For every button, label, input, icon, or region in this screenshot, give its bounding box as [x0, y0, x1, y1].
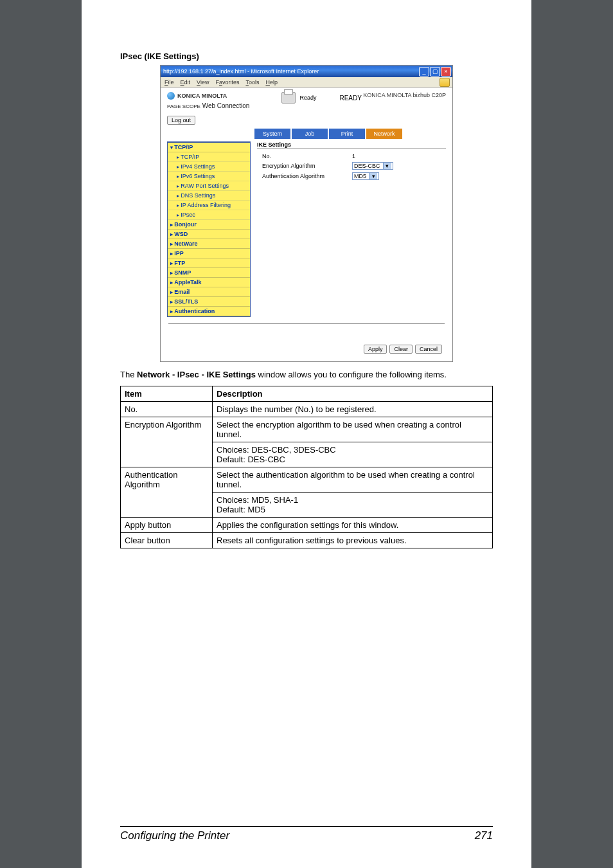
pagescope-prefix: PAGE SCOPE	[167, 104, 200, 109]
form-label-auth: Authentication Algorithm	[257, 173, 352, 179]
cell-desc: Select the encryption algorithm to be us…	[213, 417, 493, 442]
nav-sub-tcpip[interactable]: TCP/IP	[168, 152, 250, 162]
window-buttons: _ ▢ ×	[419, 67, 452, 77]
nav-snmp[interactable]: SNMP	[168, 268, 250, 278]
menu-bar: File Edit View Favorites Tools Help	[161, 77, 452, 88]
nav-sub-ipv6[interactable]: IPv6 Settings	[168, 172, 250, 181]
paragraph-pre: The	[120, 370, 137, 379]
table-row: Authentication Algorithm Select the auth…	[121, 467, 493, 493]
pagescope-label: PAGE SCOPE Web Connection	[167, 102, 249, 109]
auth-select[interactable]: MD5 ▾	[352, 172, 379, 180]
nav-appletalk[interactable]: AppleTalk	[168, 278, 250, 287]
nav-auth[interactable]: Authentication	[168, 307, 250, 316]
cell-desc: Resets all configuration settings to pre…	[213, 533, 493, 548]
menu-help[interactable]: Help	[265, 79, 278, 86]
printer-icon	[281, 92, 296, 104]
tab-job[interactable]: Job	[292, 129, 328, 139]
screenshot: http://192.168.1.27/a_index.html - Micro…	[160, 65, 453, 362]
nav-sub-rawport[interactable]: RAW Port Settings	[168, 181, 250, 191]
button-bar: Apply Clear Cancel	[364, 345, 442, 354]
apply-button[interactable]: Apply	[364, 345, 387, 354]
document-page: IPsec (IKE Settings) http://192.168.1.27…	[82, 0, 531, 868]
menu-tools[interactable]: Tools	[245, 79, 259, 86]
window-titlebar: http://192.168.1.27/a_index.html - Micro…	[161, 66, 452, 77]
clear-button[interactable]: Clear	[389, 345, 413, 354]
menu-file[interactable]: File	[164, 79, 174, 86]
form-label-enc: Encryption Algorithm	[257, 163, 352, 169]
chevron-down-icon: ▾	[383, 163, 391, 169]
pagescope-name: Web Connection	[202, 102, 250, 109]
logout-button[interactable]: Log out	[167, 116, 195, 125]
cell-item: No.	[121, 402, 213, 417]
nav-bonjour[interactable]: Bonjour	[168, 220, 250, 230]
section-heading: IPsec (IKE Settings)	[120, 51, 493, 61]
tab-print[interactable]: Print	[329, 129, 365, 139]
form-row-enc: Encryption Algorithm DES-CBC ▾	[257, 162, 446, 170]
window-title: http://192.168.1.27/a_index.html - Micro…	[163, 68, 319, 75]
nav-tcpip[interactable]: TCP/IP	[168, 143, 250, 152]
table-row: Apply button Applies the configuration s…	[121, 518, 493, 533]
cell-desc: Select the authentication algorithm to b…	[213, 467, 493, 493]
nav-sub-dns[interactable]: DNS Settings	[168, 191, 250, 201]
minimize-button[interactable]: _	[419, 67, 429, 77]
content-row: TCP/IP TCP/IP IPv4 Settings IPv6 Setting…	[161, 139, 452, 323]
encryption-select-value: DES-CBC	[354, 163, 380, 169]
form-row-auth: Authentication Algorithm MD5 ▾	[257, 172, 446, 180]
logout-row: Log out	[161, 113, 452, 129]
nav-sub-ipv4[interactable]: IPv4 Settings	[168, 162, 250, 172]
maximize-button[interactable]: ▢	[430, 67, 440, 77]
cell-extra: Choices: MD5, SHA-1 Default: MD5	[213, 493, 493, 518]
header-desc: Description	[213, 386, 493, 402]
ready-label: Ready	[299, 95, 316, 101]
footer-page: 271	[475, 829, 493, 842]
close-button[interactable]: ×	[441, 67, 451, 77]
description-table: Item Description No. Displays the number…	[120, 386, 493, 548]
table-row: No. Displays the number (No.) to be regi…	[121, 402, 493, 417]
menu-edit[interactable]: Edit	[181, 79, 191, 86]
header-bar: KONICA MINOLTA PAGE SCOPE Web Connection…	[161, 88, 452, 113]
table-row: Encryption Algorithm Select the encrypti…	[121, 417, 493, 442]
nav-email[interactable]: Email	[168, 287, 250, 297]
cell-desc: Displays the number (No.) to be register…	[213, 402, 493, 417]
client-area: KONICA MINOLTA PAGE SCOPE Web Connection…	[161, 88, 452, 362]
form-label-no: No.	[257, 153, 352, 159]
brand-name: KONICA MINOLTA	[177, 93, 227, 99]
separator	[168, 323, 445, 324]
form-title: IKE Settings	[257, 141, 446, 149]
menu-view[interactable]: View	[197, 79, 209, 86]
intro-paragraph: The Network - IPsec - IKE Settings windo…	[120, 370, 493, 379]
form-panel: IKE Settings No. 1 Encryption Algorithm …	[257, 141, 446, 183]
menu-favorites[interactable]: Favorites	[215, 79, 239, 86]
nav-ftp[interactable]: FTP	[168, 258, 250, 268]
page-footer: Configuring the Printer 271	[120, 826, 493, 842]
status-area: Ready READY	[281, 92, 361, 104]
chevron-down-icon: ▾	[369, 173, 377, 179]
form-value-no: 1	[352, 153, 355, 159]
cell-item: Authentication Algorithm	[121, 467, 213, 518]
nav-panel: TCP/IP TCP/IP IPv4 Settings IPv6 Setting…	[167, 141, 251, 317]
header-item: Item	[121, 386, 213, 402]
cell-item: Apply button	[121, 518, 213, 533]
nav-netware[interactable]: NetWare	[168, 239, 250, 249]
cell-item: Encryption Algorithm	[121, 417, 213, 467]
nav-ssltls[interactable]: SSL/TLS	[168, 297, 250, 307]
nav-sub-ipsec[interactable]: IPsec	[168, 210, 250, 220]
footer-title: Configuring the Printer	[120, 829, 229, 842]
paragraph-bold: Network - IPsec - IKE Settings	[137, 370, 256, 379]
cancel-button[interactable]: Cancel	[415, 345, 442, 354]
cell-extra: Choices: DES-CBC, 3DES-CBC Default: DES-…	[213, 442, 493, 467]
encryption-select[interactable]: DES-CBC ▾	[352, 162, 393, 170]
tab-network[interactable]: Network	[366, 129, 402, 139]
paragraph-post: window allows you to configure the follo…	[256, 370, 447, 379]
model-name: KONICA MINOLTA bizhub C20P	[363, 92, 446, 98]
auth-select-value: MD5	[354, 173, 366, 179]
nav-ipp[interactable]: IPP	[168, 249, 250, 258]
tab-bar: System Job Print Network	[161, 129, 452, 139]
table-header-row: Item Description	[121, 386, 493, 402]
form-row-no: No. 1	[257, 153, 446, 159]
nav-wsd[interactable]: WSD	[168, 230, 250, 239]
tab-system[interactable]: System	[254, 129, 290, 139]
ready-status: READY	[339, 95, 361, 102]
table-row: Clear button Resets all configuration se…	[121, 533, 493, 548]
nav-sub-ipfilter[interactable]: IP Address Filtering	[168, 201, 250, 210]
